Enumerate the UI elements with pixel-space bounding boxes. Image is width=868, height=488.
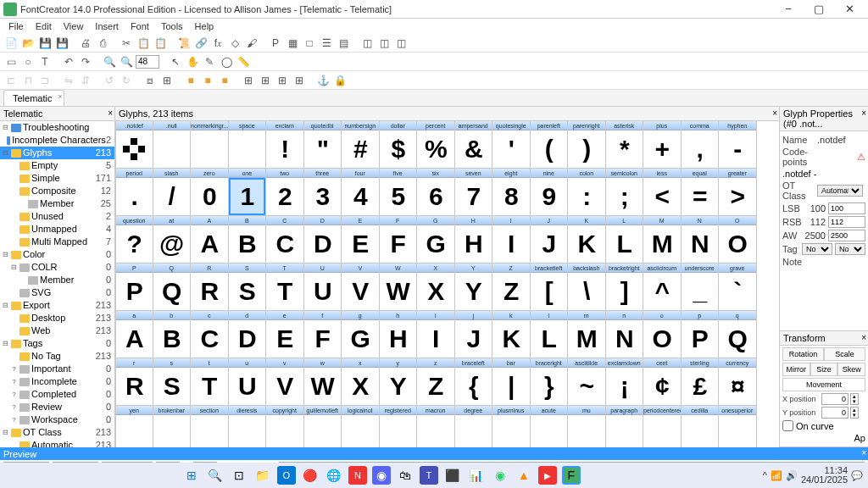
glyph-cell[interactable]: DD <box>304 216 342 263</box>
glyph-cell[interactable]: five5 <box>380 169 418 216</box>
glyph-cell[interactable]: colon: <box>568 169 606 216</box>
glyph-cell[interactable]: degree <box>455 406 493 447</box>
tray-chevron-icon[interactable]: ^ <box>763 470 767 480</box>
flip-h-icon[interactable]: ⇋ <box>61 73 76 88</box>
glyph-cell[interactable]: one1 <box>229 169 267 216</box>
whatsapp-icon[interactable]: ◉ <box>491 466 509 485</box>
rotate-l-icon[interactable]: ↺ <box>102 73 117 88</box>
paste-icon[interactable]: 📋 <box>153 36 168 51</box>
glyph-cell[interactable]: hyphen- <box>719 121 757 169</box>
chrome-icon[interactable]: 🔴 <box>301 466 320 485</box>
copy-icon[interactable]: 📋 <box>136 36 151 51</box>
circle-icon[interactable]: ○ <box>20 54 36 69</box>
glyph-cell[interactable]: .notdef <box>115 121 153 169</box>
glyph-cell[interactable]: question? <box>115 216 153 263</box>
glyph-cell[interactable]: sS <box>153 358 192 406</box>
arrow-icon[interactable]: ↖ <box>168 54 183 69</box>
start-icon[interactable]: ⊞ <box>182 466 201 485</box>
tree-item[interactable]: ?Incomplete0 <box>0 375 114 388</box>
rotation-tab[interactable]: Rotation <box>782 347 824 361</box>
glyph-cell[interactable]: nine9 <box>531 169 569 216</box>
glyph-cell[interactable]: backslash\ <box>568 263 606 311</box>
notifications-icon[interactable]: 💬 <box>851 470 863 481</box>
glyph-cell[interactable]: jJ <box>455 311 493 358</box>
tree-item[interactable]: Multi Mapped7 <box>0 236 114 248</box>
tree-item[interactable]: ⊟Troubleshooting <box>0 121 114 134</box>
cut-icon[interactable]: ✂ <box>119 36 134 51</box>
apply-button[interactable]: Ap <box>854 433 865 443</box>
glyph-cell[interactable]: yen <box>115 406 153 447</box>
glyph-cell[interactable]: quotedbl" <box>304 121 342 169</box>
erase-icon[interactable]: ◇ <box>227 36 242 51</box>
glyph-cell[interactable]: zero0 <box>191 169 229 216</box>
glyph-cell[interactable]: cC <box>191 311 229 358</box>
tree-item[interactable]: Member0 <box>0 274 114 286</box>
glyph-cell[interactable]: six6 <box>417 169 455 216</box>
glyph-cell[interactable]: NN <box>682 216 720 263</box>
tag2-select[interactable]: No Lay <box>835 243 865 255</box>
glyph-cell[interactable]: less< <box>643 169 682 216</box>
glyph-cell[interactable]: YY <box>455 263 493 311</box>
glyph-cell[interactable]: UU <box>304 263 342 311</box>
glyph-cell[interactable]: FF <box>380 216 418 263</box>
glyph-cell[interactable]: lL <box>531 311 569 358</box>
glyph-cell[interactable]: eight8 <box>492 169 531 216</box>
app1-icon[interactable]: N <box>348 466 367 485</box>
glyph-cell[interactable]: asterisk* <box>606 121 644 169</box>
hand-icon[interactable]: ✋ <box>185 54 200 69</box>
glyph-cell[interactable]: GG <box>417 216 455 263</box>
save-icon[interactable]: 💾 <box>37 36 53 51</box>
glyph-cell[interactable]: iI <box>417 311 455 358</box>
glyph-grid[interactable]: .notdef.nullnonmarkingr...spaceexclam!qu… <box>115 121 779 447</box>
edge-icon[interactable]: 🌐 <box>325 466 343 485</box>
minimize-button[interactable]: − <box>773 0 804 19</box>
text-icon[interactable]: T <box>37 54 53 69</box>
glyph-cell[interactable]: QQ <box>153 263 192 311</box>
glyph-cell[interactable]: braceleft{ <box>455 358 493 406</box>
ypos-input[interactable] <box>821 407 849 419</box>
guides-icon[interactable]: ⧈ <box>142 73 158 88</box>
glyph-cell[interactable]: parenleft( <box>531 121 569 169</box>
glyph-cell[interactable]: zZ <box>417 358 455 406</box>
grid-icon[interactable]: ▦ <box>285 36 300 51</box>
glyph-cell[interactable]: II <box>492 216 531 263</box>
glyph-cell[interactable]: registered <box>380 406 418 447</box>
glyph-cell[interactable]: bar| <box>492 358 531 406</box>
snap-icon[interactable]: ⊞ <box>159 73 175 88</box>
tag2-icon[interactable]: ■ <box>200 73 215 88</box>
grid3-icon[interactable]: ⊞ <box>275 73 290 88</box>
glyph-cell[interactable]: TT <box>266 263 304 311</box>
glyph-cell[interactable]: parenright) <box>568 121 606 169</box>
glyph-cell[interactable]: CC <box>266 216 304 263</box>
scale-tab[interactable]: Scale <box>824 347 865 361</box>
glyph-cell[interactable]: nonmarkingr... <box>191 121 229 169</box>
volume-icon[interactable]: 🔊 <box>786 470 798 481</box>
tree-item[interactable]: ⊟Color0 <box>0 248 114 261</box>
glyph-cell[interactable]: braceright} <box>531 358 569 406</box>
glyph-cell[interactable]: yY <box>380 358 418 406</box>
glyph-cell[interactable]: semicolon; <box>606 169 644 216</box>
outlook-icon[interactable]: O <box>277 466 296 485</box>
glyph-cell[interactable]: EE <box>342 216 380 263</box>
tag1-select[interactable]: No Gly <box>802 243 832 255</box>
close-icon[interactable]: × <box>861 108 866 118</box>
app3-icon[interactable]: ▶ <box>538 466 557 485</box>
align-center-icon[interactable]: ⊓ <box>20 73 36 88</box>
menu-font[interactable]: Font <box>125 19 154 33</box>
tree-item[interactable]: Composite12 <box>0 185 114 197</box>
glyph-cell[interactable]: dD <box>229 311 267 358</box>
glyph-cell[interactable]: SS <box>229 263 267 311</box>
tree-item[interactable]: Member25 <box>0 197 114 210</box>
glyph-cell[interactable]: two2 <box>266 169 304 216</box>
glyph-cell[interactable]: uU <box>229 358 267 406</box>
glyph-cell[interactable]: quotesingle' <box>492 121 531 169</box>
glyph-cell[interactable]: macron <box>417 406 455 447</box>
menu-file[interactable]: File <box>3 19 29 33</box>
glyph-cell[interactable]: cedilla <box>682 406 720 447</box>
glyph-cell[interactable]: sterling£ <box>682 358 720 406</box>
flip-v-icon[interactable]: ⇵ <box>78 73 93 88</box>
glyph-cell[interactable]: oO <box>643 311 682 358</box>
layout1-icon[interactable]: ◫ <box>359 36 375 51</box>
glyph-cell[interactable]: currency¤ <box>719 358 757 406</box>
tree-item[interactable]: ?Completed0 <box>0 388 114 401</box>
